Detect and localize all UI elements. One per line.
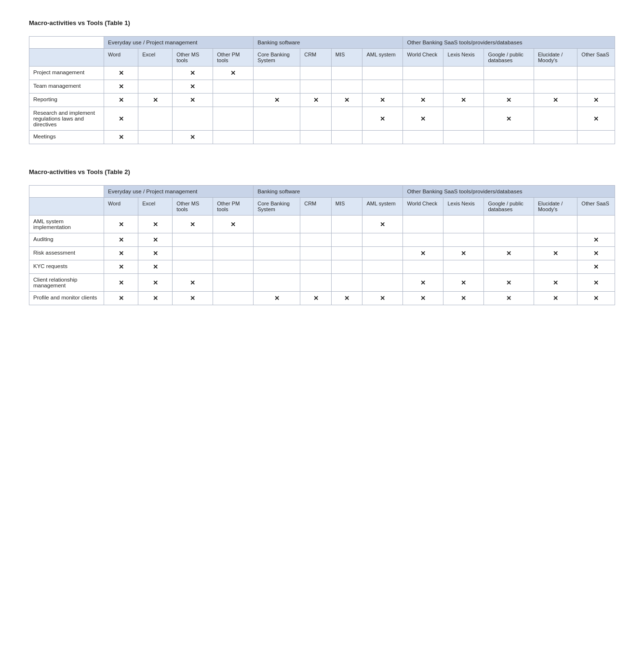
data-cell: ✕ <box>403 292 443 305</box>
data-cell <box>443 67 484 80</box>
col-lexis: Lexis Nexis <box>443 198 484 216</box>
col-word: Word <box>104 198 138 216</box>
data-cell <box>403 260 443 274</box>
data-cell <box>484 260 534 274</box>
data-cell <box>484 233 534 247</box>
data-cell: ✕ <box>138 292 173 305</box>
data-cell: ✕ <box>577 274 615 292</box>
col-elucidate: Elucidate / Moody's <box>534 49 577 67</box>
col-crm: CRM <box>300 198 332 216</box>
col-header-row: Word Excel Other MS tools Other PM tools… <box>29 198 615 216</box>
data-cell <box>331 260 362 274</box>
data-cell: ✕ <box>403 94 443 107</box>
data-cell <box>213 107 254 131</box>
data-cell: ✕ <box>104 131 138 144</box>
data-cell: ✕ <box>104 260 138 274</box>
data-cell: ✕ <box>484 107 534 131</box>
table-row: Reporting✕✕✕✕✕✕✕✕✕✕✕✕ <box>29 94 615 107</box>
group-everyday: Everyday use / Project management <box>104 186 254 198</box>
data-cell <box>138 131 173 144</box>
data-cell <box>173 247 213 260</box>
col-core: Core Banking System <box>254 49 300 67</box>
col-other-saas: Other SaaS <box>577 198 615 216</box>
data-cell: ✕ <box>484 247 534 260</box>
data-cell: ✕ <box>534 94 577 107</box>
data-cell <box>213 260 254 274</box>
row-label: Profile and monitor clients <box>29 292 104 305</box>
col-other-pm: Other PM tools <box>213 49 254 67</box>
data-cell: ✕ <box>577 292 615 305</box>
data-cell <box>254 80 300 94</box>
data-cell: ✕ <box>104 94 138 107</box>
data-cell <box>443 107 484 131</box>
data-cell <box>300 274 332 292</box>
data-cell <box>300 216 332 233</box>
data-cell <box>213 292 254 305</box>
data-cell <box>403 67 443 80</box>
col-aml: AML system <box>362 198 403 216</box>
data-cell <box>138 67 173 80</box>
row-label: Auditing <box>29 233 104 247</box>
data-cell: ✕ <box>104 247 138 260</box>
data-cell <box>138 107 173 131</box>
data-cell: ✕ <box>104 274 138 292</box>
data-cell: ✕ <box>362 107 403 131</box>
data-cell <box>443 80 484 94</box>
data-cell <box>213 233 254 247</box>
data-cell: ✕ <box>300 292 332 305</box>
group-header-row: Everyday use / Project management Bankin… <box>29 37 615 49</box>
data-cell <box>213 247 254 260</box>
data-cell <box>213 274 254 292</box>
data-cell: ✕ <box>362 216 403 233</box>
col-other-pm: Other PM tools <box>213 198 254 216</box>
table1-wrapper: Macro-activities vs Tools (Table 1) Ever… <box>29 19 615 144</box>
data-cell <box>173 233 213 247</box>
data-cell: ✕ <box>138 274 173 292</box>
data-cell: ✕ <box>213 67 254 80</box>
data-cell <box>213 131 254 144</box>
data-cell <box>331 216 362 233</box>
row-label: Client relationship management <box>29 274 104 292</box>
col-world: World Check <box>403 49 443 67</box>
data-cell <box>300 131 332 144</box>
table1: Everyday use / Project management Bankin… <box>29 36 615 144</box>
data-cell <box>300 107 332 131</box>
data-cell <box>300 233 332 247</box>
col-elucidate: Elucidate / Moody's <box>534 198 577 216</box>
table2: Everyday use / Project management Bankin… <box>29 185 615 305</box>
group-saas: Other Banking SaaS tools/providers/datab… <box>403 37 615 49</box>
data-cell <box>443 260 484 274</box>
data-cell: ✕ <box>362 292 403 305</box>
col-mis: MIS <box>331 198 362 216</box>
data-cell <box>331 247 362 260</box>
group-saas: Other Banking SaaS tools/providers/datab… <box>403 186 615 198</box>
data-cell: ✕ <box>138 216 173 233</box>
col-other-ms: Other MS tools <box>173 198 213 216</box>
data-cell: ✕ <box>577 247 615 260</box>
group-banking: Banking software <box>254 37 403 49</box>
row-label: Project management <box>29 67 104 80</box>
data-cell: ✕ <box>534 247 577 260</box>
data-cell: ✕ <box>300 94 332 107</box>
row-label: Meetings <box>29 131 104 144</box>
col-word: Word <box>104 49 138 67</box>
data-cell <box>213 94 254 107</box>
data-cell <box>534 67 577 80</box>
table-row: Team management✕✕ <box>29 80 615 94</box>
data-cell: ✕ <box>534 292 577 305</box>
data-cell <box>577 131 615 144</box>
data-cell <box>403 233 443 247</box>
data-cell: ✕ <box>104 67 138 80</box>
data-cell: ✕ <box>138 260 173 274</box>
data-cell: ✕ <box>331 94 362 107</box>
data-cell <box>484 216 534 233</box>
col-activity-header <box>29 49 104 67</box>
data-cell <box>254 67 300 80</box>
data-cell <box>362 80 403 94</box>
data-cell: ✕ <box>443 274 484 292</box>
data-cell <box>577 80 615 94</box>
col-aml: AML system <box>362 49 403 67</box>
col-excel: Excel <box>138 49 173 67</box>
col-lexis: Lexis Nexis <box>443 49 484 67</box>
table-row: Project management✕✕✕ <box>29 67 615 80</box>
